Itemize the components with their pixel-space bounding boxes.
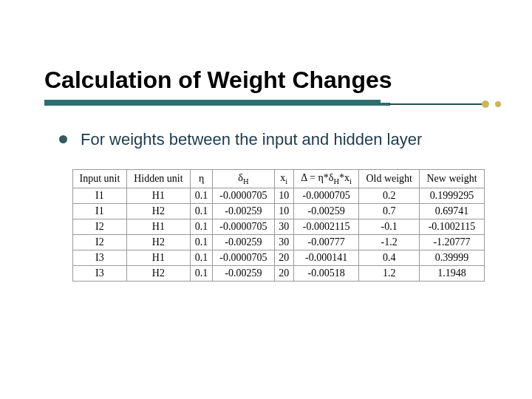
cell-old: 0.4 [359,250,420,266]
title-block: Calculation of Weight Changes [44,66,488,109]
cell-input: I1 [73,204,127,219]
col-xi: xi [274,170,293,188]
cell-dH: -0.00259 [213,266,274,282]
cell-input: I3 [73,250,127,266]
cell-input: I2 [73,235,127,250]
cell-hidden: H2 [126,204,190,219]
slide-body: For weights between the input and hidden… [44,129,488,282]
cell-hidden: H1 [126,219,190,235]
cell-dH: -0.00259 [213,204,274,219]
table-container: Input unit Hidden unit η δH xi Δ = η*δH*… [59,169,488,282]
table-row: I1H20.1-0.0025910-0.002590.70.69741 [73,204,485,219]
cell-xi: 20 [274,250,293,266]
table-row: I3H10.1-0.000070520-0.0001410.40.39999 [73,250,485,266]
cell-eta: 0.1 [190,204,212,219]
cell-hidden: H2 [126,266,190,282]
cell-dH: -0.0000705 [213,188,274,204]
col-new-weight: New weight [420,170,485,188]
cell-delta: -0.000141 [293,250,358,266]
weights-table: Input unit Hidden unit η δH xi Δ = η*δH*… [72,169,485,282]
slide-title: Calculation of Weight Changes [44,66,488,94]
cell-xi: 10 [274,204,293,219]
bullet-item: For weights between the input and hidden… [59,129,488,151]
cell-new: -1.20777 [420,235,485,250]
col-hidden-unit: Hidden unit [126,170,190,188]
cell-xi: 10 [274,188,293,204]
cell-new: 1.1948 [420,266,485,282]
col-delta-h: δH [213,170,274,188]
table-row: I1H10.1-0.000070510-0.00007050.20.199929… [73,188,485,204]
cell-dH: -0.00259 [213,235,274,250]
bullet-text: For weights between the input and hidden… [81,129,422,151]
cell-hidden: H1 [126,250,190,266]
cell-xi: 30 [274,235,293,250]
col-eta: η [190,170,212,188]
cell-eta: 0.1 [190,250,212,266]
cell-old: -0.1 [359,219,420,235]
cell-dH: -0.0000705 [213,219,274,235]
cell-delta: -0.00518 [293,266,358,282]
table-row: I3H20.1-0.0025920-0.005181.21.1948 [73,266,485,282]
cell-input: I1 [73,188,127,204]
title-underline [44,98,488,109]
cell-hidden: H1 [126,188,190,204]
cell-new: 0.69741 [420,204,485,219]
cell-hidden: H2 [126,235,190,250]
col-input-unit: Input unit [73,170,127,188]
cell-dH: -0.0000705 [213,250,274,266]
slide: Calculation of Weight Changes For weight… [0,0,532,399]
cell-old: 0.7 [359,204,420,219]
cell-eta: 0.1 [190,266,212,282]
cell-new: 0.1999295 [420,188,485,204]
cell-input: I3 [73,266,127,282]
col-old-weight: Old weight [359,170,420,188]
cell-delta: -0.0000705 [293,188,358,204]
cell-new: 0.39999 [420,250,485,266]
cell-eta: 0.1 [190,235,212,250]
bullet-icon [59,135,67,143]
cell-xi: 30 [274,219,293,235]
cell-delta: -0.00259 [293,204,358,219]
col-change: Δ = η*δH*xi [293,170,358,188]
cell-old: 1.2 [359,266,420,282]
cell-delta: -0.00777 [293,235,358,250]
cell-input: I2 [73,219,127,235]
cell-new: -0.1002115 [420,219,485,235]
table-row: I2H10.1-0.000070530-0.0002115-0.1-0.1002… [73,219,485,235]
cell-old: 0.2 [359,188,420,204]
table-row: I2H20.1-0.0025930-0.00777-1.2-1.20777 [73,235,485,250]
cell-eta: 0.1 [190,219,212,235]
cell-delta: -0.0002115 [293,219,358,235]
table-header-row: Input unit Hidden unit η δH xi Δ = η*δH*… [73,170,485,188]
cell-xi: 20 [274,266,293,282]
cell-old: -1.2 [359,235,420,250]
cell-eta: 0.1 [190,188,212,204]
